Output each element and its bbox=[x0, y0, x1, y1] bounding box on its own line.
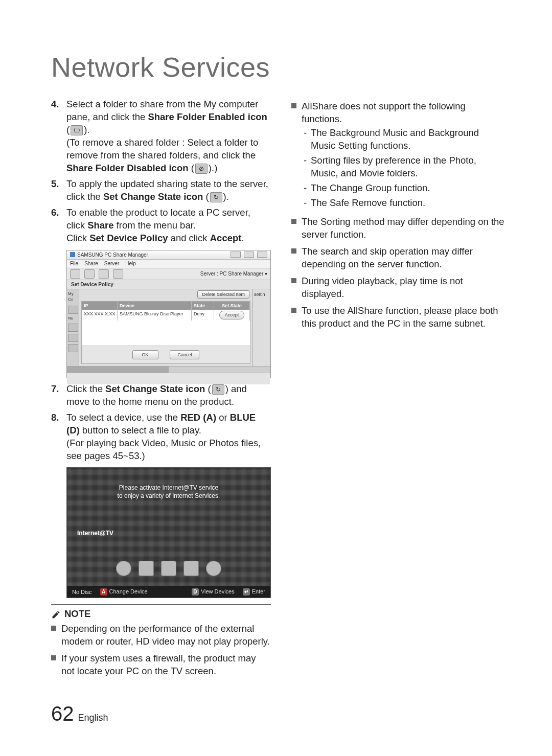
nav-icon[interactable] bbox=[68, 344, 78, 352]
right-cut-label: settin bbox=[252, 289, 270, 366]
app-icon bbox=[70, 252, 75, 257]
bold-text: Set Change State icon bbox=[103, 191, 203, 202]
step-number: 4. bbox=[51, 98, 62, 175]
hint-label: View Devices bbox=[201, 588, 235, 594]
toolbar-button-1[interactable] bbox=[70, 269, 80, 279]
menu-server[interactable]: Server bbox=[104, 260, 119, 267]
accept-button[interactable]: Accept bbox=[219, 311, 245, 319]
key-d-icon: D bbox=[192, 588, 199, 595]
page-title: Network Services bbox=[51, 51, 506, 83]
bullet-icon bbox=[51, 626, 56, 631]
step-6: 6. To enable the product to locate a PC … bbox=[51, 207, 271, 245]
note-text: If your system uses a firewall, the prod… bbox=[61, 652, 271, 678]
media-icon[interactable] bbox=[161, 561, 176, 576]
cell-state: Deny bbox=[192, 310, 214, 320]
window-title: SAMSUNG PC Share Manager bbox=[77, 251, 148, 259]
page-footer: 62 English bbox=[51, 702, 108, 725]
sub-item: The Background Music and Background Musi… bbox=[311, 127, 506, 152]
scroll-thumb[interactable] bbox=[67, 366, 169, 373]
key-a-icon: A bbox=[100, 588, 107, 595]
text: and click bbox=[168, 233, 210, 243]
nav-icon[interactable] bbox=[68, 306, 78, 314]
col-setstate: Set State bbox=[214, 302, 250, 310]
text: or bbox=[216, 412, 230, 423]
maximize-button[interactable] bbox=[244, 251, 254, 258]
bold-text: Set Change State icon bbox=[105, 383, 205, 394]
share-folder-enabled-icon: 🖵 bbox=[71, 125, 83, 135]
note-text: Depending on the performance of the exte… bbox=[61, 623, 271, 648]
table-row[interactable]: XXX.XXX.X.XX SAMSUNG Blu-ray Disc Player… bbox=[82, 310, 250, 320]
note-bullets: Depending on the performance of the exte… bbox=[51, 623, 271, 678]
window-body: My Co Nu Delete Selected Item bbox=[67, 289, 270, 366]
menu-help[interactable]: Help bbox=[125, 260, 136, 267]
tv-bottom-bar: No Disc AChange Device DView Devices ↵En… bbox=[67, 586, 270, 598]
step-list-continued: 7. Click the Set Change State icon (↻) a… bbox=[51, 383, 271, 463]
sub-item: The Change Group function. bbox=[311, 182, 506, 195]
tv-home-screen: Please activate Internet@TV service to e… bbox=[66, 467, 271, 598]
step-body: To select a device, use the RED (A) or B… bbox=[66, 411, 271, 463]
nav-icon[interactable] bbox=[68, 324, 78, 332]
col-ip: IP bbox=[82, 302, 118, 310]
horizontal-scrollbar[interactable] bbox=[67, 366, 270, 373]
delete-selected-button[interactable]: Delete Selected Item bbox=[197, 290, 249, 299]
note-text: During video playback, play time is not … bbox=[302, 275, 506, 301]
set-change-state-icon: ↻ bbox=[210, 192, 222, 202]
note-text-block: AllShare does not support the following … bbox=[302, 100, 506, 212]
media-icon[interactable] bbox=[183, 561, 199, 576]
note-label: NOTE bbox=[64, 608, 90, 621]
window-titlebar: SAMSUNG PC Share Manager bbox=[67, 250, 270, 260]
toolbar-button-3[interactable] bbox=[99, 269, 109, 279]
note-text: The search and skip operation may differ… bbox=[302, 245, 506, 271]
ok-button[interactable]: OK bbox=[132, 350, 158, 359]
text: (To remove a shared folder : Select a fo… bbox=[66, 137, 258, 161]
note-text: To use the AllShare function, please pla… bbox=[302, 305, 506, 330]
note-text: The Sorting method may differ depending … bbox=[302, 216, 506, 241]
hint-label: Change Device bbox=[109, 588, 148, 594]
server-label[interactable]: Server : PC Share Manager ▾ bbox=[200, 270, 267, 278]
step-4: 4. Select a folder to share from the My … bbox=[51, 98, 271, 175]
text: Click bbox=[66, 233, 89, 243]
toolbar-button-4[interactable] bbox=[113, 269, 123, 279]
note-item: During video playback, play time is not … bbox=[291, 275, 506, 301]
note-heading: NOTE bbox=[51, 604, 271, 621]
nu-label: Nu bbox=[68, 316, 78, 322]
disc-status: No Disc bbox=[72, 588, 92, 596]
tv-message-line1: Please activate Internet@TV service bbox=[102, 484, 235, 492]
allshare-icon[interactable] bbox=[116, 561, 131, 576]
menu-file[interactable]: File bbox=[70, 260, 78, 267]
text: . bbox=[241, 233, 244, 243]
cell-set: Accept bbox=[214, 310, 250, 320]
set-device-policy-label: Set Device Policy bbox=[67, 280, 270, 290]
tv-message: Please activate Internet@TV service to e… bbox=[102, 484, 235, 500]
menu-share[interactable]: Share bbox=[84, 260, 98, 267]
note-item: To use the AllShare function, please pla… bbox=[291, 305, 506, 330]
nav-icon[interactable] bbox=[68, 334, 78, 342]
minimize-button[interactable] bbox=[231, 251, 241, 258]
step-number: 6. bbox=[51, 207, 62, 245]
note-text: AllShare does not support the following … bbox=[302, 101, 466, 124]
step-number: 5. bbox=[51, 178, 62, 203]
hint-enter: ↵Enter bbox=[243, 588, 265, 595]
cell-device: SAMSUNG Blu-ray Disc Player bbox=[118, 310, 192, 320]
settings-icon[interactable] bbox=[206, 561, 221, 576]
note-item: If your system uses a firewall, the prod… bbox=[51, 652, 271, 678]
media-icon[interactable] bbox=[139, 561, 154, 576]
bold-text: RED (A) bbox=[180, 412, 216, 423]
text: To select a device, use the bbox=[66, 412, 180, 423]
hint-view-devices: DView Devices bbox=[192, 588, 235, 595]
text: from the menu bar. bbox=[114, 220, 196, 231]
bullet-icon bbox=[291, 103, 296, 108]
close-button[interactable] bbox=[257, 251, 267, 258]
status-area bbox=[67, 373, 270, 384]
table-header: IP Device State Set State bbox=[82, 302, 250, 310]
bullet-icon bbox=[51, 655, 56, 660]
note-pencil-icon bbox=[51, 609, 61, 620]
step-body: Select a folder to share from the My com… bbox=[66, 98, 271, 175]
cancel-button[interactable]: Cancel bbox=[170, 350, 199, 359]
bold-text: Share Folder Enabled icon bbox=[148, 111, 267, 122]
step-body: To apply the updated sharing state to th… bbox=[66, 178, 271, 203]
step-7: 7. Click the Set Change State icon (↻) a… bbox=[51, 383, 271, 408]
sub-list: The Background Music and Background Musi… bbox=[302, 127, 506, 210]
text: ). bbox=[223, 191, 229, 202]
toolbar-button-2[interactable] bbox=[84, 269, 95, 279]
